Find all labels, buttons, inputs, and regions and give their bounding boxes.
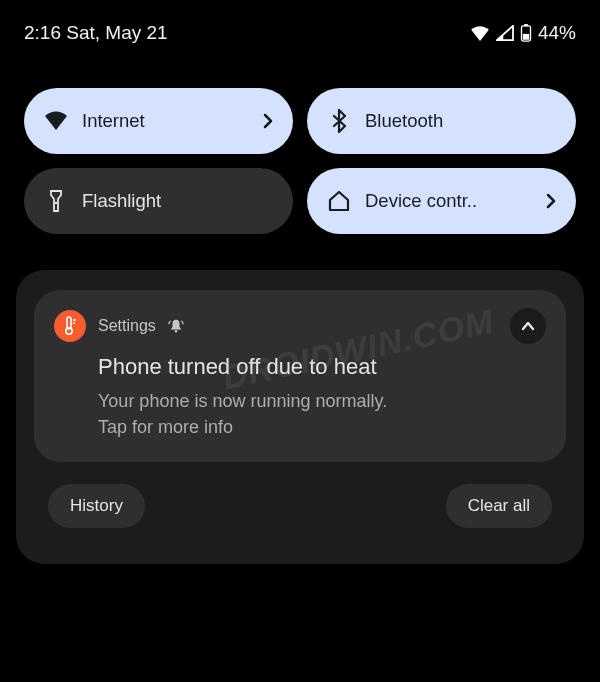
clear-all-button[interactable]: Clear all [446, 484, 552, 528]
qs-label: Flashlight [82, 190, 273, 212]
notification-text-line1: Your phone is now running normally. [98, 388, 546, 414]
svg-rect-1 [524, 24, 528, 26]
chevron-right-icon [546, 193, 556, 209]
notification-app-name: Settings [98, 317, 156, 335]
cellular-icon [496, 25, 514, 41]
qs-tile-bluetooth[interactable]: Bluetooth [307, 88, 576, 154]
bluetooth-icon [327, 109, 351, 133]
quick-settings-grid: Internet Bluetooth Flashlight Device con… [0, 60, 600, 234]
battery-icon [520, 24, 532, 42]
notification-body: Phone turned off due to heat Your phone … [54, 344, 546, 440]
chevron-right-icon [263, 113, 273, 129]
qs-tile-internet[interactable]: Internet [24, 88, 293, 154]
home-icon [327, 189, 351, 213]
chevron-up-icon [521, 321, 535, 331]
notification-card[interactable]: Settings Phone turned off due to heat Yo… [34, 290, 566, 462]
qs-label: Internet [82, 110, 249, 132]
wifi-icon [470, 25, 490, 41]
qs-label: Device contr.. [365, 190, 532, 212]
notification-title: Phone turned off due to heat [98, 354, 546, 380]
flashlight-icon [44, 189, 68, 213]
bell-ring-icon [168, 318, 184, 334]
svg-point-8 [175, 330, 177, 332]
notification-text-line2: Tap for more info [98, 414, 546, 440]
thermometer-icon [54, 310, 86, 342]
notification-actions: History Clear all [34, 462, 566, 528]
status-bar: 2:16 Sat, May 21 44% [0, 0, 600, 60]
history-button[interactable]: History [48, 484, 145, 528]
qs-label: Bluetooth [365, 110, 556, 132]
battery-percent: 44% [538, 22, 576, 44]
notification-panel: Settings Phone turned off due to heat Yo… [16, 270, 584, 564]
status-right: 44% [470, 22, 576, 44]
collapse-button[interactable] [510, 308, 546, 344]
status-time-date: 2:16 Sat, May 21 [24, 22, 168, 44]
qs-tile-flashlight[interactable]: Flashlight [24, 168, 293, 234]
svg-rect-2 [523, 34, 529, 40]
notification-header: Settings [54, 308, 546, 344]
wifi-icon [44, 109, 68, 133]
qs-tile-device-controls[interactable]: Device contr.. [307, 168, 576, 234]
svg-point-3 [55, 202, 57, 204]
